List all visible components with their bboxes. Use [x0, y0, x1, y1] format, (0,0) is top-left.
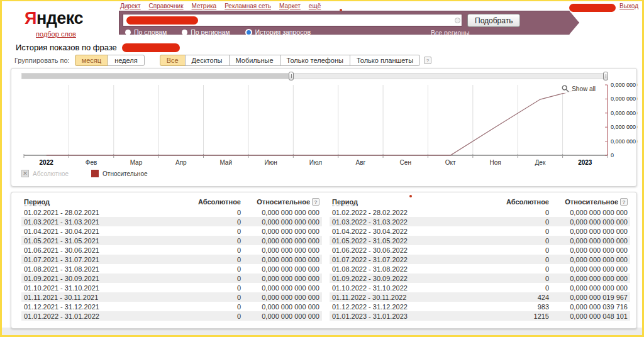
- table-row: 01.09.2022 - 30.09.202200,000 000 000 00…: [330, 273, 630, 283]
- history-table-2022: ПериодАбсолютноеОтносительное?01.02.2022…: [330, 196, 630, 321]
- redaction-dot: [409, 195, 412, 197]
- legend-item-0[interactable]: ✕Абсолютное: [21, 170, 69, 177]
- period-cell: 01.11.2021 - 30.11.2021: [21, 292, 184, 302]
- svg-text:0,000 000 03: 0,000 000 03: [611, 110, 638, 116]
- device-tab-2[interactable]: Мобильные: [229, 55, 280, 66]
- relative-help-icon[interactable]: ?: [312, 198, 319, 206]
- absolute-cell: 0: [184, 255, 243, 264]
- search-mode-label: По регионам: [191, 28, 230, 36]
- search-mode-0[interactable]: По словам: [125, 28, 167, 36]
- relative-cell: 0,000 000 000 000: [243, 273, 322, 283]
- page-title: История показов по фразе: [16, 43, 180, 52]
- period-column-header[interactable]: Период: [24, 198, 50, 206]
- table-row: 01.03.2021 - 31.03.202100,000 000 000 00…: [21, 217, 322, 226]
- period-cell: 01.02.2022 - 28.02.2022: [330, 207, 492, 217]
- svg-text:0,000 000 02: 0,000 000 02: [611, 124, 638, 130]
- absolute-cell: 983: [492, 302, 552, 311]
- logout-link[interactable]: Выход: [619, 3, 638, 9]
- table-row: 01.12.2022 - 31.12.20229830,000 000 039 …: [330, 302, 630, 311]
- svg-text:Апр: Апр: [175, 159, 187, 166]
- show-all-button[interactable]: Show all: [560, 84, 597, 93]
- absolute-cell: 0: [492, 273, 552, 283]
- search-mode-1[interactable]: По регионам: [182, 28, 230, 36]
- yandex-logo[interactable]: Яндекс: [25, 9, 83, 28]
- table-row: 01.09.2021 - 30.09.202100,000 000 000 00…: [21, 273, 322, 283]
- slider-handle-right[interactable]: [603, 72, 608, 80]
- absolute-cell: 0: [184, 236, 243, 245]
- time-range-slider[interactable]: [21, 73, 608, 79]
- wordstat-link[interactable]: подбор слов: [27, 30, 85, 38]
- absolute-cell: 0: [184, 292, 243, 302]
- relative-cell: 0,000 000 000 000: [243, 264, 322, 273]
- absolute-column-header: Абсолютное: [184, 196, 243, 207]
- table-row: 01.01.2022 - 31.01.202200,000 000 000 00…: [21, 311, 322, 321]
- device-tab-3[interactable]: Только телефоны: [280, 55, 350, 66]
- radio-icon: [182, 30, 187, 35]
- search-input[interactable]: [123, 14, 462, 26]
- group-option-1[interactable]: неделя: [108, 55, 145, 66]
- relative-cell: 0,000 000 000 000: [552, 226, 630, 236]
- table-row: 01.04.2022 - 30.04.202200,000 000 000 00…: [330, 226, 630, 236]
- table-row: 01.05.2021 - 31.05.202100,000 000 000 00…: [21, 236, 322, 245]
- relative-cell: 0,000 000 000 000: [243, 217, 322, 226]
- magnifier-icon: [562, 85, 569, 92]
- period-cell: 01.01.2022 - 31.01.2022: [21, 311, 184, 321]
- history-chart-panel: 2022ФевМарАпрМайИюнИюлАвгСенОктНояДек202…: [11, 68, 637, 187]
- absolute-cell: 0: [492, 217, 552, 226]
- relative-column-header: Относительное?: [243, 196, 322, 207]
- top-nav-link-0[interactable]: Директ: [120, 3, 141, 9]
- clear-input-icon[interactable]: [455, 18, 460, 23]
- search-submit-button[interactable]: Подобрать: [467, 14, 520, 27]
- top-nav-link-5[interactable]: ещё: [309, 3, 321, 9]
- svg-text:2022: 2022: [40, 159, 54, 166]
- top-nav-link-3[interactable]: Рекламная сеть: [225, 3, 271, 9]
- svg-text:Фев: Фев: [86, 159, 97, 166]
- top-nav-link-4[interactable]: Маркет: [279, 3, 301, 9]
- period-cell: 01.05.2021 - 31.05.2021: [21, 236, 184, 245]
- device-tab-1[interactable]: Десктопы: [185, 55, 230, 66]
- all-regions-link[interactable]: Все регионы: [431, 29, 470, 36]
- slider-unselected-range: [22, 74, 291, 79]
- period-cell: 01.10.2022 - 31.10.2022: [330, 283, 492, 292]
- table-row: 01.06.2021 - 30.06.202100,000 000 000 00…: [21, 245, 322, 255]
- slider-handle-left[interactable]: [289, 72, 294, 80]
- absolute-cell: 0: [184, 311, 243, 321]
- period-cell: 01.07.2021 - 31.07.2021: [21, 255, 184, 264]
- tabs-help-icon[interactable]: ?: [424, 57, 431, 64]
- table-row: 01.05.2022 - 31.05.202200,000 000 000 00…: [330, 236, 630, 245]
- content-area: ДиректСправочникМетрикаРекламная сетьМар…: [2, 1, 642, 328]
- relative-help-icon[interactable]: ?: [620, 198, 628, 206]
- absolute-cell: 0: [492, 236, 552, 245]
- svg-text:0,000 000 01: 0,000 000 01: [611, 138, 638, 145]
- period-cell: 01.09.2022 - 30.09.2022: [330, 273, 492, 283]
- top-nav: ДиректСправочникМетрикаРекламная сетьМар…: [120, 3, 321, 9]
- history-line-chart: 2022ФевМарАпрМайИюнИюлАвгСенОктНояДек202…: [11, 81, 638, 175]
- absolute-cell: 0: [492, 264, 552, 273]
- page-title-text: История показов по фразе: [16, 43, 117, 52]
- relative-cell: 0,000 000 000 000: [552, 273, 630, 283]
- group-option-0[interactable]: месяц: [75, 55, 108, 66]
- legend-item-1[interactable]: Относительное: [91, 170, 147, 177]
- device-tab-4[interactable]: Только планшеты: [350, 55, 420, 66]
- relative-cell: 0,000 000 000 000: [552, 236, 630, 245]
- period-cell: 01.08.2022 - 31.08.2022: [330, 264, 492, 273]
- legend-label: Абсолютное: [33, 170, 69, 177]
- period-column-header[interactable]: Период: [332, 198, 358, 206]
- search-mode-2[interactable]: История запросов: [245, 28, 311, 36]
- group-by-toggle: месяцнеделя: [75, 55, 145, 66]
- relative-cell: 0,000 000 019 967: [552, 292, 630, 302]
- period-cell: 01.12.2021 - 31.12.2021: [21, 302, 184, 311]
- period-cell: 01.11.2022 - 30.11.2022: [330, 292, 492, 302]
- relative-cell: 0,000 000 000 000: [243, 311, 322, 321]
- table-row: 01.11.2022 - 30.11.20224240,000 000 019 …: [330, 292, 630, 302]
- period-cell: 01.06.2021 - 30.06.2021: [21, 245, 184, 255]
- relative-cell: 0,000 000 000 000: [243, 283, 322, 292]
- top-nav-link-1[interactable]: Справочник: [149, 3, 184, 9]
- absolute-cell: 0: [184, 226, 243, 236]
- logo-rest: ндекс: [36, 9, 83, 28]
- relative-cell: 0,000 000 000 000: [552, 283, 630, 292]
- absolute-cell: 424: [492, 292, 552, 302]
- table-row: 01.02.2021 - 28.02.202100,000 000 000 00…: [21, 207, 322, 217]
- top-nav-link-2[interactable]: Метрика: [192, 3, 217, 9]
- device-tab-0[interactable]: Все: [160, 55, 186, 66]
